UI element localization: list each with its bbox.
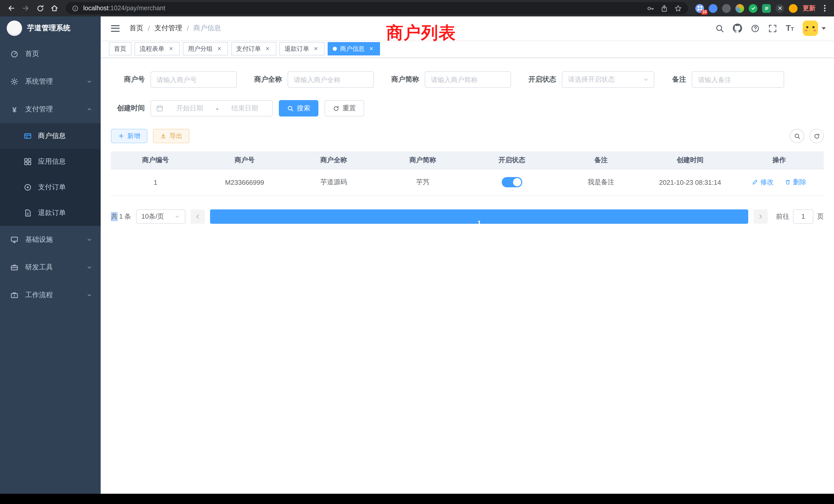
tab-process-form[interactable]: 流程表单 × [135,42,180,55]
extension-icon-pinwheel[interactable] [775,4,784,13]
refresh-button[interactable] [809,129,824,143]
next-page-button[interactable] [753,209,768,224]
yen-icon: ¥ [10,106,19,113]
merchant-page: 商户号 商户全称 商户简称 开启状态 请选择开启状态 [101,58,834,494]
remark-input[interactable] [692,71,784,88]
app-logo[interactable]: 芋道管理系统 [0,17,101,40]
extension-icon-avatar[interactable] [736,4,744,13]
extension-badge: 10 [701,9,708,15]
extension-icon-notes[interactable] [762,4,771,13]
tags-view-bar: 首页 流程表单 × 用户分组 × 支付订单 × 退款订单 × [101,40,834,58]
active-dot [333,47,337,51]
tab-pay-order[interactable]: 支付订单 × [231,42,276,55]
cell-merchant-id: 1 [111,169,200,196]
sidebar-item-app-info[interactable]: 应用信息 [0,149,101,175]
tab-user-group[interactable]: 用户分组 × [183,42,228,55]
dashboard-icon [10,50,19,58]
extension-icon-monkey[interactable] [789,4,797,13]
card-icon [24,132,32,140]
browser-forward-icon[interactable] [19,1,33,16]
filter-label: 创建时间 [111,104,145,113]
page-size-select[interactable]: 10条/页 [136,209,185,224]
sidebar-item-devtools[interactable]: 研发工具 [0,254,101,281]
page-number-1[interactable]: 1 [210,209,748,224]
sidebar-item-refund-order[interactable]: 退款订单 [0,200,101,226]
extension-icon-green-circle[interactable] [749,4,758,13]
tab-merchant-info[interactable]: 商户信息 × [328,42,380,55]
close-icon[interactable]: × [312,45,320,52]
show-search-button[interactable] [790,129,804,143]
sidebar-item-system[interactable]: 系统管理 [0,68,101,95]
merchant-no-input[interactable] [151,71,237,88]
page-size-value: 10条/页 [141,212,164,221]
search-button[interactable]: 搜索 [279,100,319,116]
edit-link[interactable]: 修改 [752,178,774,187]
breadcrumb-separator: / [148,24,150,32]
caret-down-icon [822,27,826,29]
sidebar-item-workflow[interactable]: 工作流程 [0,281,101,309]
tab-home[interactable]: 首页 [109,42,131,55]
browser-menu-icon[interactable] [820,4,830,12]
url-text[interactable]: localhost:1024/pay/merchant [83,5,642,12]
filter-label: 备注 [665,75,686,84]
password-key-icon[interactable] [646,4,654,12]
col-merchant-id: 商户编号 [111,152,200,169]
browser-update-button[interactable]: 更新 [803,4,815,13]
breadcrumb-payment[interactable]: 支付管理 [155,24,182,33]
close-icon[interactable]: × [264,45,271,52]
sidebar-item-pay-order[interactable]: 支付订单 [0,175,101,200]
merchant-table: 商户编号 商户号 商户全称 商户简称 开启状态 备注 创建时间 操作 1 [111,152,824,196]
avatar[interactable] [803,21,818,36]
reset-button[interactable]: 重置 [325,100,364,116]
delete-link[interactable]: 删除 [785,178,806,187]
bookmark-star-icon[interactable] [674,4,682,12]
app-title: 芋道管理系统 [27,24,70,33]
col-create-time: 创建时间 [645,152,734,169]
user-menu[interactable] [803,21,826,36]
fullscreen-icon[interactable] [768,24,777,32]
tab-refund-order[interactable]: 退款订单 × [279,42,325,55]
select-placeholder: 请选择开启状态 [568,75,643,84]
goto-page-input[interactable] [793,209,813,224]
total-count: 1 [119,212,123,220]
close-icon[interactable]: × [216,45,223,52]
browser-back-icon[interactable] [4,1,19,16]
browser-home-icon[interactable] [47,1,62,16]
extension-icon-dark[interactable] [722,4,731,13]
status-toggle[interactable] [502,177,522,187]
status-select[interactable]: 请选择开启状态 [562,71,654,88]
sidebar-item-infra[interactable]: 基础设施 [0,226,101,254]
font-size-icon[interactable]: TT [786,24,794,32]
filter-remark: 备注 [665,71,784,88]
breadcrumb-home[interactable]: 首页 [129,24,143,33]
export-button[interactable]: 导出 [153,129,190,143]
extension-icon-tabs[interactable]: 10 [695,4,704,13]
url-bar[interactable]: localhost:1024/pay/merchant [66,2,688,14]
breadcrumb: 首页 / 支付管理 / 商户信息 [129,24,221,33]
short-name-input[interactable] [425,71,511,88]
tab-label: 支付订单 [236,44,261,53]
edit-link-label: 修改 [760,178,774,187]
search-icon[interactable] [716,24,724,32]
sidebar-item-label: 系统管理 [25,77,53,86]
sidebar-item-payment[interactable]: ¥ 支付管理 [0,95,101,123]
prev-page-button[interactable] [191,209,205,224]
extension-icon-drop[interactable] [709,4,718,13]
github-icon[interactable] [733,24,742,33]
full-name-input[interactable] [288,71,374,88]
share-icon[interactable] [660,4,668,12]
cell-actions: 修改 删除 [734,169,824,196]
cell-status [467,169,556,196]
site-info-icon[interactable] [72,5,79,12]
browser-reload-icon[interactable] [33,1,47,16]
cell-remark: 我是备注 [556,169,645,196]
close-icon[interactable]: × [368,45,375,52]
add-button[interactable]: 新增 [111,129,147,143]
help-icon[interactable] [751,24,760,32]
sidebar-item-merchant-info[interactable]: 商户信息 [0,123,101,149]
cell-create-time: 2021-10-23 08:31:14 [645,169,734,196]
date-range-picker[interactable]: 开始日期 - 结束日期 [151,100,273,116]
close-icon[interactable]: × [168,45,175,52]
sidebar-item-home[interactable]: 首页 [0,40,101,68]
hamburger-icon[interactable] [109,22,122,35]
